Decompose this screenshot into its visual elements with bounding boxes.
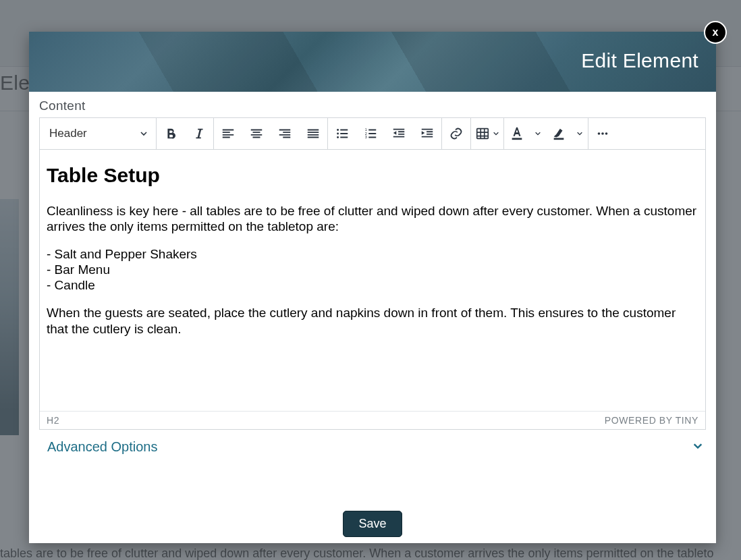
editor-frame: Table Setup Cleanliness is key here - al…: [39, 150, 706, 430]
bold-button[interactable]: [157, 118, 185, 149]
svg-text:3: 3: [365, 135, 367, 139]
indent-button[interactable]: [413, 118, 441, 149]
outdent-icon: [391, 126, 406, 141]
align-right-icon: [277, 126, 292, 141]
modal-header: Edit Element: [29, 32, 716, 92]
link-button[interactable]: [442, 118, 470, 149]
highlight-color-menu[interactable]: [572, 118, 588, 149]
advanced-options-label: Advanced Options: [47, 439, 157, 455]
svg-rect-6: [477, 129, 489, 139]
align-left-icon: [221, 126, 236, 141]
more-button[interactable]: [588, 118, 617, 149]
svg-point-0: [337, 129, 339, 131]
chevron-down-icon: [493, 130, 499, 137]
format-select-label: Header: [49, 127, 87, 140]
svg-point-2: [337, 136, 339, 138]
chevron-down-icon: [692, 439, 703, 455]
table-icon: [475, 126, 490, 141]
editor-path[interactable]: H2: [47, 415, 59, 426]
indent-icon: [420, 126, 435, 141]
outdent-button[interactable]: [385, 118, 413, 149]
align-center-button[interactable]: [242, 118, 271, 149]
svg-point-9: [598, 132, 601, 135]
more-icon: [595, 126, 610, 141]
bold-icon: [163, 126, 178, 141]
italic-button[interactable]: [185, 118, 213, 149]
editor-list-item: - Candle: [47, 277, 698, 293]
text-color-menu[interactable]: [530, 118, 546, 149]
editor-toolbar: Header: [39, 117, 706, 150]
align-justify-button[interactable]: [299, 118, 327, 149]
editor-content[interactable]: Table Setup Cleanliness is key here - al…: [40, 150, 705, 411]
bullet-list-button[interactable]: [328, 118, 356, 149]
svg-point-1: [337, 133, 339, 135]
text-color-button[interactable]: [504, 118, 530, 149]
format-select[interactable]: Header: [40, 118, 156, 149]
modal-title: Edit Element: [581, 49, 698, 72]
align-justify-icon: [306, 126, 321, 141]
svg-rect-7: [512, 138, 522, 140]
svg-point-11: [605, 132, 608, 135]
svg-point-10: [601, 132, 604, 135]
editor-paragraph: When the guests are seated, place the cu…: [47, 305, 698, 336]
editor-paragraph: Cleanliness is key here - all tables are…: [47, 203, 698, 234]
text-color-icon: [510, 125, 524, 142]
chevron-down-icon: [576, 130, 583, 137]
link-icon: [449, 126, 464, 141]
italic-icon: [192, 126, 207, 141]
advanced-options-toggle[interactable]: Advanced Options: [39, 430, 706, 461]
edit-element-modal: Edit Element Content Header: [29, 32, 716, 543]
close-icon: x: [713, 26, 719, 38]
save-button[interactable]: Save: [343, 511, 402, 537]
chevron-down-icon: [534, 130, 541, 137]
editor-list-item: - Salt and Pepper Shakers: [47, 246, 698, 262]
numbered-list-icon: 123: [363, 126, 378, 141]
bullet-list-icon: [335, 126, 350, 141]
content-label: Content: [39, 92, 706, 117]
editor-list-item: - Bar Menu: [47, 262, 698, 277]
numbered-list-button[interactable]: 123: [356, 118, 385, 149]
table-button[interactable]: [471, 118, 503, 149]
align-left-button[interactable]: [214, 118, 242, 149]
editor-statusbar: H2 POWERED BY TINY: [40, 411, 705, 429]
close-button[interactable]: x: [704, 21, 727, 44]
align-center-icon: [249, 126, 264, 141]
svg-rect-8: [554, 138, 564, 140]
highlight-color-button[interactable]: [546, 118, 572, 149]
editor-heading: Table Setup: [47, 163, 698, 188]
highlight-icon: [551, 125, 566, 142]
powered-by-label[interactable]: POWERED BY TINY: [605, 415, 698, 426]
align-right-button[interactable]: [271, 118, 299, 149]
chevron-down-icon: [140, 130, 148, 138]
